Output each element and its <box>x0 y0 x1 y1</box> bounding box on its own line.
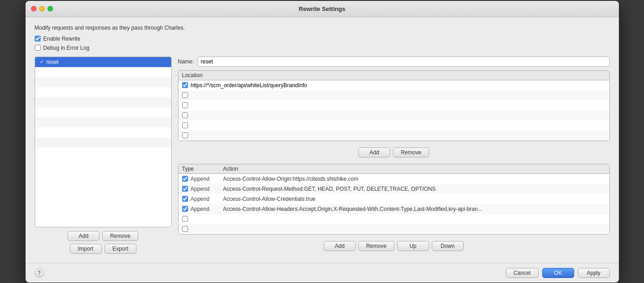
action-column-header: Action <box>223 166 606 172</box>
checkmark-icon: ✓ <box>40 59 44 65</box>
rewrite-list: ✓ reset <box>35 57 172 227</box>
location-add-remove: Add Remove <box>178 145 610 160</box>
type-column-header: Type <box>182 166 214 172</box>
description-text: Modify requests and responses as they pa… <box>35 25 610 31</box>
rule-type-3: Append <box>191 206 220 212</box>
rule-row[interactable]: Append Access-Control-Request-Method:GET… <box>178 184 609 194</box>
rule-checkbox-3[interactable] <box>182 206 188 212</box>
rule-row[interactable] <box>178 224 609 234</box>
list-item[interactable] <box>35 67 171 77</box>
left-panel: ✓ reset Add Remove <box>35 57 172 254</box>
rule-checkbox-0[interactable] <box>182 176 188 182</box>
rule-row[interactable]: Append Access-Control-Allow-Credentials:… <box>178 194 609 204</box>
location-row[interactable]: https://*/scm_order/api/whiteList/queryB… <box>178 80 609 90</box>
list-item[interactable] <box>35 137 171 147</box>
name-label: Name: <box>178 58 194 65</box>
list-item[interactable] <box>35 77 171 87</box>
location-checkbox-1[interactable] <box>182 92 188 98</box>
list-item[interactable]: ✓ reset <box>35 57 171 67</box>
rules-add-button[interactable]: Add <box>324 241 356 251</box>
list-item[interactable] <box>35 107 171 117</box>
rule-action-0: Access-Control-Allow-Origin:https://cite… <box>223 176 606 182</box>
rule-row[interactable]: Append Access-Control-Allow-Headers:Acce… <box>178 204 609 214</box>
rule-action-2: Access-Control-Allow-Credentials:true <box>223 196 606 202</box>
rules-header: Type Action <box>178 164 609 174</box>
location-add-button[interactable]: Add <box>358 147 390 157</box>
location-row[interactable] <box>178 100 609 110</box>
rewrite-settings-window: Rewrite Settings Modify requests and res… <box>26 1 619 283</box>
list-remove-button[interactable]: Remove <box>102 231 138 241</box>
ok-button[interactable]: OK <box>542 268 574 278</box>
list-item[interactable] <box>35 147 171 157</box>
rule-checkbox-4[interactable] <box>182 216 188 222</box>
list-add-button[interactable]: Add <box>68 231 99 241</box>
location-checkbox-0[interactable] <box>182 82 188 88</box>
enable-rewrite-label: Enable Rewrite <box>43 36 80 42</box>
rule-type-2: Append <box>191 196 220 202</box>
location-checkbox-5[interactable] <box>182 132 188 138</box>
list-export-button[interactable]: Export <box>105 244 136 254</box>
rules-down-button[interactable]: Down <box>432 241 464 251</box>
location-row[interactable] <box>178 90 609 100</box>
rule-checkbox-5[interactable] <box>182 226 188 232</box>
rule-action-1: Access-Control-Request-Method:GET, HEAD,… <box>223 186 606 192</box>
bottom-right-buttons: Cancel OK Apply <box>506 268 609 278</box>
rule-type-0: Append <box>191 176 220 182</box>
close-button[interactable] <box>31 6 37 11</box>
rule-row[interactable] <box>178 214 609 224</box>
location-row[interactable] <box>178 121 609 131</box>
window-title: Rewrite Settings <box>299 5 346 12</box>
list-item[interactable] <box>35 117 171 127</box>
maximize-button[interactable] <box>47 6 53 11</box>
location-checkbox-3[interactable] <box>182 112 188 118</box>
list-item[interactable] <box>35 97 171 107</box>
help-button[interactable]: ? <box>35 268 44 278</box>
cancel-button[interactable]: Cancel <box>506 268 538 278</box>
list-import-button[interactable]: Import <box>70 244 102 254</box>
location-checkbox-2[interactable] <box>182 102 188 108</box>
debug-error-log-checkbox[interactable] <box>35 45 41 51</box>
rules-up-button[interactable]: Up <box>397 241 429 251</box>
location-header: Location <box>178 71 609 80</box>
rule-action-3: Access-Control-Allow-Headers:Accept,Orig… <box>223 206 606 212</box>
apply-button[interactable]: Apply <box>578 268 610 278</box>
debug-error-log-label: Debug in Error Log <box>43 45 89 51</box>
location-row[interactable] <box>178 110 609 121</box>
location-checkbox-4[interactable] <box>182 122 188 128</box>
import-export-row: Import Export <box>35 244 172 254</box>
location-value-0: https://*/scm_order/api/whiteList/queryB… <box>191 82 307 89</box>
list-item-label: reset <box>47 59 59 65</box>
traffic-lights <box>31 6 53 11</box>
enable-rewrite-checkbox[interactable] <box>35 36 41 42</box>
list-item[interactable] <box>35 87 171 97</box>
rule-type-1: Append <box>191 186 220 192</box>
right-panel: Name: Location https://*/scm_order/api/w… <box>178 57 610 254</box>
rule-checkbox-2[interactable] <box>182 196 188 202</box>
list-buttons: Add Remove Import Export <box>35 231 172 254</box>
rules-box: Type Action Append Access-Control-Allow-… <box>178 164 610 235</box>
main-content: Modify requests and responses as they pa… <box>26 17 619 261</box>
enable-rewrite-row: Enable Rewrite <box>35 36 610 42</box>
name-input[interactable] <box>198 57 610 67</box>
minimize-button[interactable] <box>39 6 45 11</box>
bottom-bar: ? Cancel OK Apply <box>26 263 619 283</box>
checkboxes-area: Enable Rewrite Debug in Error Log <box>35 36 610 51</box>
location-remove-button[interactable]: Remove <box>393 147 429 157</box>
name-row: Name: <box>178 57 610 67</box>
location-box: Location https://*/scm_order/api/whiteLi… <box>178 70 610 141</box>
add-remove-row: Add Remove <box>35 231 172 241</box>
title-bar: Rewrite Settings <box>26 1 619 17</box>
rule-row[interactable]: Append Access-Control-Allow-Origin:https… <box>178 174 609 184</box>
location-row[interactable] <box>178 131 609 141</box>
rules-remove-button[interactable]: Remove <box>358 241 394 251</box>
rule-checkbox-1[interactable] <box>182 186 188 192</box>
rules-actions: Add Remove Up Down <box>178 238 610 254</box>
debug-error-log-row: Debug in Error Log <box>35 45 610 51</box>
main-area: ✓ reset Add Remove <box>35 57 610 254</box>
list-item[interactable] <box>35 127 171 137</box>
